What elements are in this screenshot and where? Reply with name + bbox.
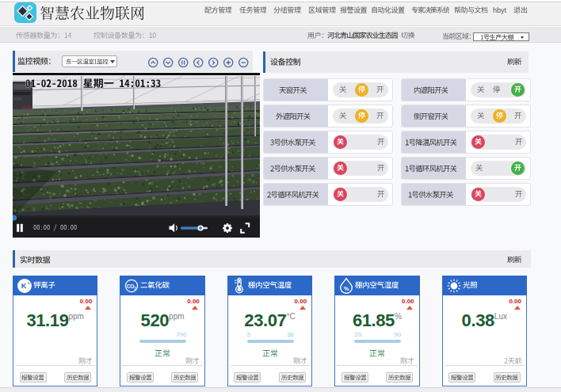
svg-text:K: K <box>21 282 27 290</box>
svg-text:+: + <box>28 280 30 284</box>
svg-text:CO: CO <box>127 283 135 288</box>
svg-text:%: % <box>344 284 349 291</box>
